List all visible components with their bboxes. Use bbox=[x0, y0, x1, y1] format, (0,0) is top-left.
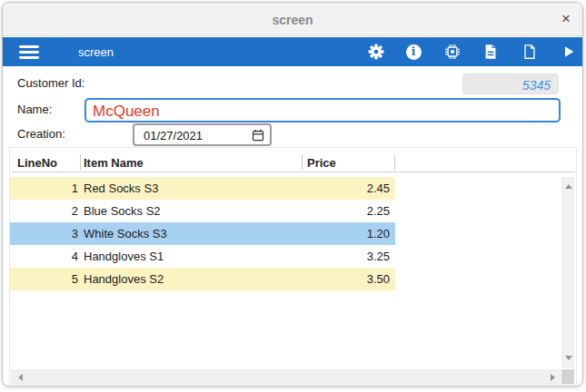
column-header-lineno[interactable]: LineNo bbox=[17, 156, 57, 170]
table-body: 1 Red Socks S3 2.45 2 Blue Socks S2 2.25… bbox=[10, 177, 395, 290]
cell-price: 3.25 bbox=[332, 245, 395, 268]
document-text-icon[interactable] bbox=[482, 44, 499, 60]
cell-item-name: Red Socks S3 bbox=[84, 177, 332, 200]
settings-gear-icon[interactable] bbox=[368, 44, 384, 60]
column-separator bbox=[302, 154, 303, 170]
table-panel: LineNo Item Name Price 1 Red Socks S3 2.… bbox=[9, 147, 577, 385]
cell-price: 2.45 bbox=[332, 177, 395, 200]
table-row[interactable]: 1 Red Socks S3 2.45 bbox=[10, 177, 395, 200]
scroll-left-icon[interactable] bbox=[18, 374, 23, 381]
header-divider bbox=[12, 172, 575, 172]
cell-lineno: 1 bbox=[10, 177, 78, 200]
creation-date-input[interactable]: 01/27/2021 bbox=[133, 123, 272, 146]
cell-lineno: 4 bbox=[10, 245, 78, 268]
vertical-scrollbar[interactable] bbox=[561, 177, 574, 368]
toolbar: screen i bbox=[3, 37, 582, 66]
cell-item-name: White Socks S3 bbox=[84, 222, 332, 245]
menu-icon[interactable] bbox=[19, 45, 39, 62]
cell-item-name: Blue Socks S2 bbox=[84, 200, 332, 222]
column-separator bbox=[394, 154, 395, 170]
chip-icon[interactable] bbox=[444, 44, 461, 60]
info-icon[interactable]: i bbox=[405, 44, 422, 60]
window-title: screen bbox=[3, 13, 582, 27]
customer-id-label: Customer Id: bbox=[17, 76, 84, 90]
toolbar-title: screen bbox=[78, 45, 114, 59]
cell-price: 1.20 bbox=[332, 222, 395, 245]
cell-lineno: 3 bbox=[10, 222, 78, 245]
close-icon[interactable]: × bbox=[561, 10, 571, 28]
column-separator bbox=[80, 154, 81, 170]
table-row[interactable]: 2 Blue Socks S2 2.25 bbox=[10, 200, 395, 222]
cell-lineno: 5 bbox=[10, 268, 78, 290]
name-label: Name: bbox=[17, 103, 52, 116]
document-blank-icon[interactable] bbox=[521, 44, 538, 60]
creation-date-value: 01/27/2021 bbox=[144, 129, 203, 142]
scrollbar-corner bbox=[561, 369, 574, 384]
scroll-down-icon[interactable] bbox=[565, 356, 572, 360]
table-row[interactable]: 4 Handgloves S1 3.25 bbox=[10, 245, 395, 268]
title-bar: screen × bbox=[3, 3, 582, 36]
creation-label: Creation: bbox=[17, 127, 65, 141]
table-row[interactable]: 3 White Socks S3 1.20 bbox=[10, 222, 395, 245]
column-header-price[interactable]: Price bbox=[307, 156, 336, 170]
cell-price: 2.25 bbox=[332, 200, 395, 222]
customer-id-field: 5345 bbox=[462, 74, 559, 94]
cell-lineno: 2 bbox=[10, 200, 78, 222]
column-header-item-name[interactable]: Item Name bbox=[84, 156, 144, 170]
horizontal-scrollbar[interactable] bbox=[11, 369, 561, 384]
calendar-icon[interactable] bbox=[252, 129, 264, 144]
app-window: screen × screen i bbox=[2, 2, 583, 387]
table-row[interactable]: 5 Handgloves S2 3.50 bbox=[10, 268, 395, 290]
scroll-right-icon[interactable] bbox=[551, 374, 555, 381]
scroll-up-icon[interactable] bbox=[565, 184, 572, 189]
cell-price: 3.50 bbox=[332, 268, 395, 290]
cell-item-name: Handgloves S1 bbox=[84, 245, 332, 268]
run-play-icon[interactable] bbox=[561, 44, 577, 60]
cell-item-name: Handgloves S2 bbox=[84, 268, 332, 290]
name-input[interactable]: McQueen bbox=[84, 98, 561, 122]
